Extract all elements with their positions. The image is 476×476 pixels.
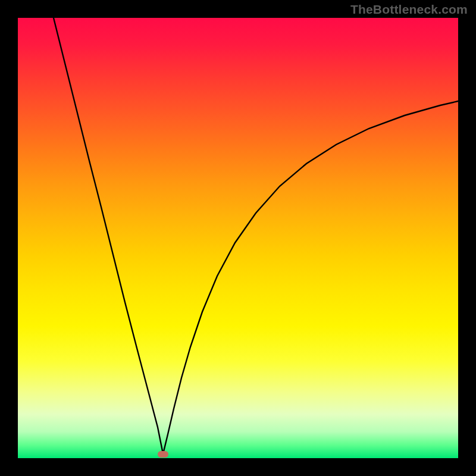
gradient-plot-area xyxy=(18,18,458,458)
bottleneck-curve xyxy=(18,18,458,458)
minimum-marker xyxy=(158,451,168,458)
watermark-text: TheBottleneck.com xyxy=(350,2,468,17)
